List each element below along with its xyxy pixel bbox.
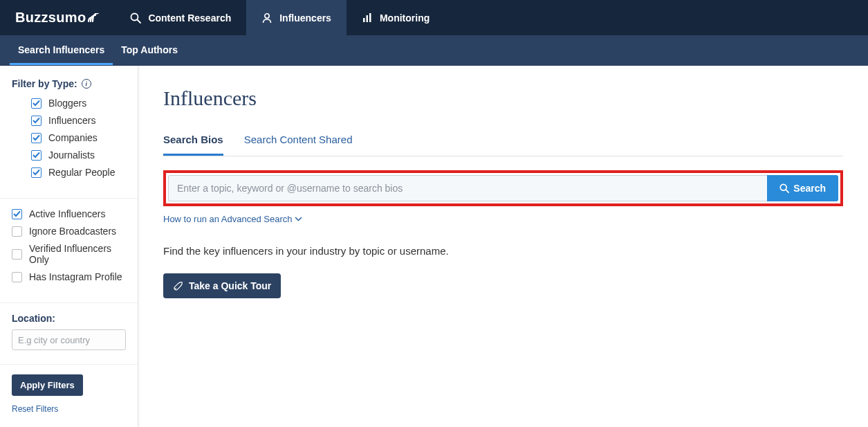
tab-search-bios[interactable]: Search Bios — [163, 134, 223, 156]
svg-rect-5 — [369, 13, 371, 22]
option-has-instagram[interactable]: Has Instagram Profile — [12, 271, 126, 282]
sub-nav: Search Influencers Top Authors — [0, 35, 868, 66]
subnav-top-authors[interactable]: Top Authors — [113, 36, 186, 65]
checkbox-checked-icon — [31, 116, 41, 126]
checkbox-checked-icon — [31, 167, 41, 178]
checkbox-unchecked-icon — [12, 272, 22, 282]
advanced-search-link[interactable]: How to run an Advanced Search — [163, 214, 302, 224]
location-label: Location: — [12, 313, 126, 324]
reset-filters-link[interactable]: Reset Filters — [12, 404, 126, 414]
search-button-label: Search — [793, 183, 826, 194]
divider — [0, 302, 138, 303]
checkbox-unchecked-icon — [12, 226, 22, 237]
filter-label: Influencers — [48, 115, 95, 126]
nav-monitoring[interactable]: Monitoring — [347, 0, 445, 35]
option-ignore-broadcasters[interactable]: Ignore Broadcasters — [12, 226, 126, 237]
checkbox-checked-icon — [12, 209, 22, 219]
main-content: Influencers Search Bios Search Content S… — [138, 66, 868, 427]
filter-journalists[interactable]: Journalists — [12, 149, 126, 161]
checkbox-unchecked-icon — [12, 249, 22, 260]
checkbox-checked-icon — [31, 133, 41, 143]
checkbox-checked-icon — [31, 98, 41, 109]
search-button[interactable]: Search — [767, 175, 838, 201]
subnav-search-influencers[interactable]: Search Influencers — [10, 36, 113, 65]
page-title: Influencers — [163, 87, 843, 110]
filter-by-type-title: Filter by Type: i — [12, 78, 126, 89]
search-highlight-box: Search — [163, 170, 843, 206]
search-icon — [779, 183, 789, 193]
option-active-influencers[interactable]: Active Influencers — [12, 208, 126, 219]
bars-icon — [362, 12, 373, 24]
take-tour-button[interactable]: Take a Quick Tour — [163, 273, 281, 298]
sidebar: Filter by Type: i Bloggers Influencers C… — [0, 66, 138, 427]
filter-companies[interactable]: Companies — [12, 132, 126, 143]
filter-by-type-label: Filter by Type: — [12, 78, 77, 89]
checkbox-checked-icon — [31, 150, 41, 161]
advanced-search-label: How to run an Advanced Search — [163, 214, 292, 224]
option-verified-only[interactable]: Verified Influencers Only — [12, 243, 126, 265]
nav-influencers[interactable]: Influencers — [246, 0, 347, 35]
tab-search-content-shared[interactable]: Search Content Shared — [244, 134, 353, 156]
filter-bloggers[interactable]: Bloggers — [12, 98, 126, 109]
search-bar: Search — [168, 175, 838, 201]
option-label: Verified Influencers Only — [29, 243, 126, 265]
nav-label: Influencers — [279, 12, 331, 24]
description-text: Find the key influencers in your industr… — [163, 245, 843, 257]
filter-influencers[interactable]: Influencers — [12, 115, 126, 126]
nav-label: Monitoring — [380, 12, 430, 24]
body: Filter by Type: i Bloggers Influencers C… — [0, 66, 868, 427]
filter-label: Companies — [48, 132, 98, 143]
divider — [0, 198, 138, 199]
person-icon — [261, 12, 273, 24]
svg-line-1 — [138, 19, 141, 23]
svg-rect-4 — [366, 15, 368, 22]
search-input[interactable] — [168, 175, 767, 201]
option-label: Ignore Broadcasters — [29, 226, 116, 237]
tour-button-label: Take a Quick Tour — [189, 280, 271, 291]
apply-filters-button[interactable]: Apply Filters — [12, 374, 83, 396]
svg-rect-3 — [363, 18, 365, 22]
chevron-down-icon — [295, 217, 302, 221]
divider — [0, 364, 138, 365]
logo-text: Buzzsumo — [15, 10, 86, 26]
info-icon[interactable]: i — [82, 79, 91, 89]
tabs: Search Bios Search Content Shared — [163, 134, 843, 156]
svg-line-7 — [786, 190, 788, 192]
location-input[interactable] — [12, 329, 126, 350]
option-label: Has Instagram Profile — [29, 271, 122, 282]
logo[interactable]: Buzzsumo — [0, 0, 115, 35]
option-label: Active Influencers — [29, 208, 106, 219]
search-icon — [130, 12, 141, 24]
logo-wave-icon — [87, 13, 100, 23]
svg-point-2 — [265, 13, 269, 17]
rocket-icon — [173, 281, 183, 291]
nav-content-research[interactable]: Content Research — [115, 0, 246, 35]
filter-label: Regular People — [48, 167, 116, 178]
filter-regular-people[interactable]: Regular People — [12, 167, 126, 178]
top-nav: Buzzsumo Content Research Influencers Mo… — [0, 0, 868, 35]
filter-label: Journalists — [48, 149, 95, 161]
filter-label: Bloggers — [48, 98, 86, 109]
nav-label: Content Research — [148, 12, 231, 24]
